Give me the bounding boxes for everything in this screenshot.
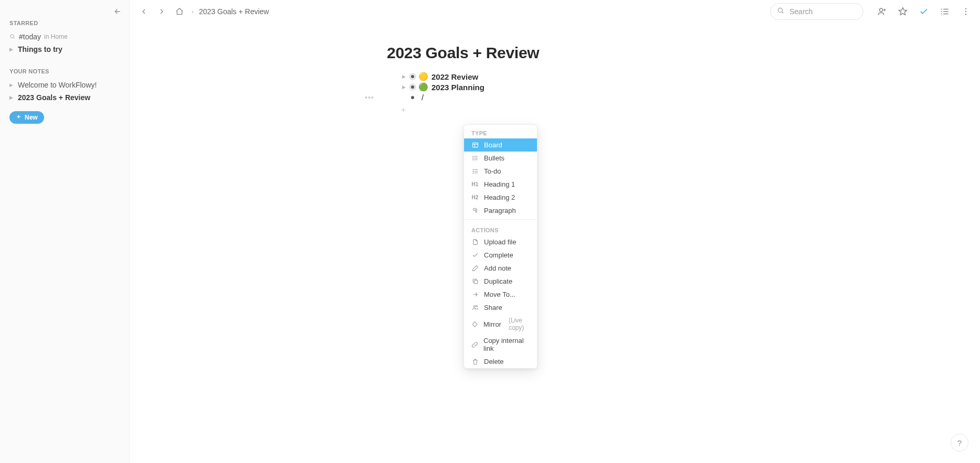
bullet-icon[interactable] <box>411 85 414 89</box>
menu-option-label: Complete <box>484 251 513 259</box>
bullet-icon[interactable] <box>411 96 414 99</box>
sidebar-item-label: Things to try <box>18 45 62 53</box>
list-item[interactable]: ▶ 🟢 2023 Planning <box>387 82 723 92</box>
sidebar-item-today[interactable]: #today in Home <box>9 30 122 43</box>
new-button[interactable]: New <box>9 111 44 124</box>
menu-option-heading1[interactable]: H1 Heading 1 <box>464 178 537 191</box>
plus-icon <box>16 114 22 121</box>
board-icon <box>471 142 479 148</box>
svg-point-6 <box>965 8 966 9</box>
menu-option-hint: (Live copy) <box>509 317 530 331</box>
sidebar-item-things-to-try[interactable]: ▶ Things to try <box>9 43 122 56</box>
check-icon <box>919 7 929 16</box>
today-location: in Home <box>44 33 68 40</box>
menu-option-label: Share <box>484 304 502 311</box>
sidebar: STARRED #today in Home ▶ Things to try Y… <box>0 0 130 463</box>
menu-option-duplicate[interactable]: Duplicate <box>464 275 537 288</box>
page-title[interactable]: 2023 Goals + Review <box>387 44 723 62</box>
menu-option-delete[interactable]: Delete <box>464 355 537 368</box>
nav-back-button[interactable] <box>137 5 151 18</box>
menu-option-paragraph[interactable]: Paragraph <box>464 204 537 217</box>
sidebar-item-goals-review[interactable]: ▶ 2023 Goals + Review <box>9 91 122 104</box>
nav-forward-button[interactable] <box>155 5 168 18</box>
add-item-line[interactable]: + <box>387 105 723 115</box>
slash-command-input[interactable]: / <box>419 93 426 102</box>
sidebar-item-label: Welcome to WorkFlowy! <box>18 81 97 89</box>
file-icon <box>471 239 479 245</box>
caret-right-icon[interactable]: ▶ <box>402 84 406 90</box>
star-icon <box>898 7 908 16</box>
document: 2023 Goals + Review ▶ 🟡 2022 Review ▶ 🟢 <box>366 23 744 146</box>
circle-yellow-emoji: 🟡 <box>418 72 428 81</box>
menu-option-label: Move To... <box>484 290 515 298</box>
question-mark-icon: ? <box>957 438 962 447</box>
starred-section-label: STARRED <box>9 20 122 26</box>
menu-option-label: Duplicate <box>484 277 512 285</box>
menu-option-upload-file[interactable]: Upload file <box>464 235 537 249</box>
menu-option-todo[interactable]: To-do <box>464 165 537 178</box>
slash-command-menu: TYPE Board Bullets To-do H1 Heading 1 <box>463 124 538 369</box>
your-notes-section-label: YOUR NOTES <box>9 68 122 74</box>
search-input[interactable] <box>788 7 857 16</box>
list-item[interactable]: ▶ 🟡 2022 Review <box>387 71 723 82</box>
menu-option-bullets[interactable]: Bullets <box>464 152 537 165</box>
menu-divider <box>464 219 537 220</box>
duplicate-icon <box>471 278 479 285</box>
user-plus-icon <box>877 7 887 16</box>
caret-right-icon[interactable]: ▶ <box>402 74 406 79</box>
pencil-icon <box>471 265 479 272</box>
collapse-sidebar-button[interactable] <box>113 7 122 18</box>
menu-option-add-note[interactable]: Add note <box>464 262 537 275</box>
menu-option-label: Add note <box>484 264 511 272</box>
item-menu-button[interactable]: ••• <box>365 93 374 102</box>
more-vertical-icon <box>961 7 971 16</box>
menu-group-label-type: TYPE <box>464 125 537 138</box>
people-icon <box>471 304 479 311</box>
svg-point-1 <box>778 8 782 12</box>
sidebar-item-welcome[interactable]: ▶ Welcome to WorkFlowy! <box>9 79 122 91</box>
search-box[interactable] <box>770 3 863 20</box>
menu-option-label: Bullets <box>484 154 504 162</box>
add-user-button[interactable] <box>875 5 889 18</box>
breadcrumb[interactable]: 2023 Goals + Review <box>199 7 269 16</box>
chevron-left-icon <box>140 7 148 16</box>
menu-option-move-to[interactable]: Move To... <box>464 288 537 301</box>
menu-option-label: Copy internal link <box>483 337 530 352</box>
menu-option-heading2[interactable]: H2 Heading 2 <box>464 191 537 204</box>
list-item-label: 2022 Review <box>431 72 478 81</box>
menu-option-label: To-do <box>484 167 501 175</box>
svg-point-0 <box>10 35 14 38</box>
list-item-label: 2023 Planning <box>431 83 484 92</box>
svg-point-14 <box>473 306 475 307</box>
list-item-editing[interactable]: ••• / <box>387 92 723 102</box>
arrow-left-icon <box>113 7 122 16</box>
menu-option-mirror[interactable]: Mirror (Live copy) <box>464 314 537 334</box>
check-icon <box>471 252 479 259</box>
menu-option-label: Paragraph <box>484 207 516 214</box>
svg-point-15 <box>476 305 477 307</box>
topbar: › 2023 Goals + Review <box>130 0 980 23</box>
menu-option-board[interactable]: Board <box>464 138 537 152</box>
svg-point-12 <box>472 159 473 160</box>
todo-icon <box>471 168 479 175</box>
caret-right-icon: ▶ <box>9 47 15 52</box>
home-icon <box>175 7 184 16</box>
outline-button[interactable] <box>938 5 952 18</box>
menu-option-complete[interactable]: Complete <box>464 249 537 262</box>
complete-toggle-button[interactable] <box>917 5 931 18</box>
new-button-label: New <box>25 114 38 121</box>
menu-option-copy-link[interactable]: Copy internal link <box>464 334 537 355</box>
today-tag: #today <box>19 33 41 41</box>
caret-right-icon: ▶ <box>9 95 15 100</box>
more-menu-button[interactable] <box>959 5 973 18</box>
menu-option-label: Heading 1 <box>484 180 515 188</box>
favorite-button[interactable] <box>896 5 910 18</box>
svg-rect-13 <box>474 280 478 284</box>
menu-option-label: Board <box>484 141 502 149</box>
menu-option-share[interactable]: Share <box>464 301 537 314</box>
bullet-icon[interactable] <box>411 75 414 78</box>
help-button[interactable]: ? <box>951 434 968 451</box>
search-icon <box>777 7 784 16</box>
home-button[interactable] <box>173 5 186 18</box>
circle-green-emoji: 🟢 <box>418 82 428 92</box>
